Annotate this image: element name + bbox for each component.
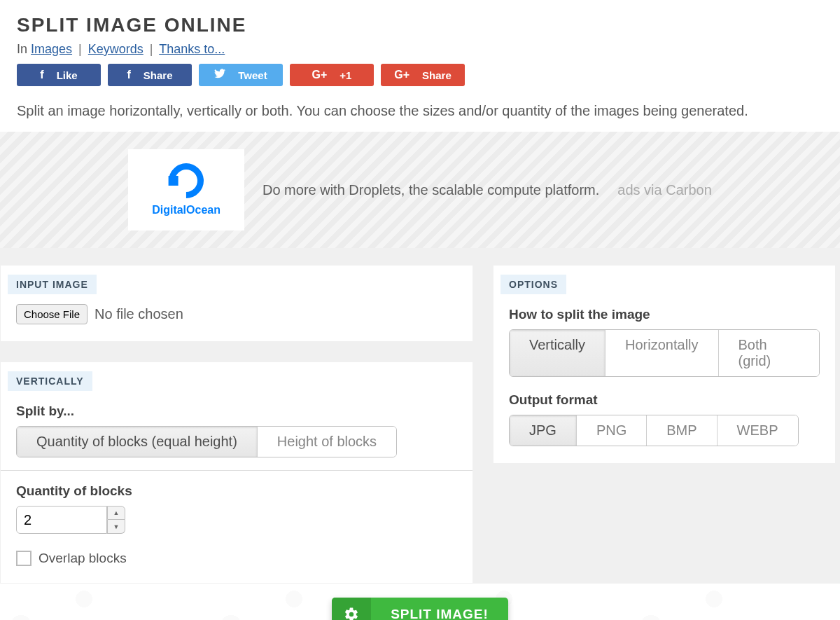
- breadcrumb: In Images | Keywords | Thanks to...: [17, 42, 823, 57]
- format-toggle: JPG PNG BMP WEBP: [509, 415, 799, 446]
- file-status: No file chosen: [94, 306, 183, 322]
- format-png-option[interactable]: PNG: [576, 415, 646, 446]
- split-by-toggle: Quantity of blocks (equal height) Height…: [16, 426, 397, 457]
- gear-icon: [332, 598, 371, 620]
- format-bmp-option[interactable]: BMP: [646, 415, 716, 446]
- google-plus-one-button[interactable]: G+ +1: [290, 64, 374, 86]
- split-image-label: SPLIT IMAGE!: [371, 607, 508, 620]
- howto-vertically-option[interactable]: Vertically: [510, 330, 605, 376]
- breadcrumb-link-keywords[interactable]: Keywords: [88, 42, 144, 56]
- howto-label: How to split the image: [509, 307, 820, 322]
- facebook-icon: f: [127, 69, 130, 81]
- breadcrumb-prefix: In: [17, 42, 27, 56]
- google-plus-icon: G+: [312, 69, 328, 81]
- quantity-step-down[interactable]: ▼: [107, 520, 125, 534]
- ad-copy[interactable]: Do more with Droplets, the scalable comp…: [262, 182, 599, 198]
- facebook-share-button[interactable]: f Share: [108, 64, 192, 86]
- ad-banner: DigitalOcean Do more with Droplets, the …: [0, 132, 840, 248]
- split-by-label: Split by...: [16, 404, 457, 419]
- vertically-heading: VERTICALLY: [8, 371, 92, 391]
- quantity-step-up[interactable]: ▲: [107, 506, 125, 520]
- howto-toggle: Vertically Horizontally Both (grid): [509, 329, 820, 377]
- overlap-checkbox[interactable]: [16, 551, 31, 566]
- twitter-tweet-button[interactable]: Tweet: [199, 64, 283, 86]
- google-plus-share-button[interactable]: G+ Share: [381, 64, 465, 86]
- overlap-blocks-row[interactable]: Overlap blocks: [16, 551, 457, 566]
- howto-horizontally-option[interactable]: Horizontally: [605, 330, 718, 376]
- howto-both-option[interactable]: Both (grid): [718, 330, 819, 376]
- ad-card[interactable]: DigitalOcean: [128, 149, 244, 230]
- ad-brand: DigitalOcean: [152, 204, 220, 216]
- split-image-button[interactable]: SPLIT IMAGE!: [332, 598, 508, 620]
- input-image-heading: INPUT IMAGE: [8, 275, 97, 294]
- input-image-card: INPUT IMAGE Choose File No file chosen: [0, 265, 473, 342]
- twitter-icon: [214, 69, 225, 81]
- google-plus-icon: G+: [394, 69, 410, 81]
- format-jpg-option[interactable]: JPG: [510, 415, 576, 446]
- breadcrumb-link-images[interactable]: Images: [31, 42, 72, 56]
- options-card: OPTIONS How to split the image Verticall…: [493, 265, 836, 464]
- split-by-quantity-option[interactable]: Quantity of blocks (equal height): [17, 427, 257, 457]
- quantity-input[interactable]: [16, 506, 107, 534]
- digitalocean-logo-icon: [162, 156, 211, 206]
- format-label: Output format: [509, 392, 820, 408]
- facebook-icon: f: [40, 69, 43, 81]
- ad-disclaimer[interactable]: ads via Carbon: [617, 182, 712, 198]
- split-by-height-option[interactable]: Height of blocks: [257, 427, 396, 457]
- facebook-like-button[interactable]: f Like: [17, 64, 101, 86]
- quantity-label: Quantity of blocks: [16, 483, 457, 499]
- format-webp-option[interactable]: WEBP: [717, 415, 798, 446]
- page-title: SPLIT IMAGE ONLINE: [17, 14, 823, 36]
- vertically-card: VERTICALLY Split by... Quantity of block…: [0, 361, 473, 584]
- intro-text: Split an image horizontally, vertically …: [0, 103, 840, 132]
- options-heading: OPTIONS: [500, 275, 566, 294]
- choose-file-button[interactable]: Choose File: [16, 304, 88, 324]
- overlap-label: Overlap blocks: [38, 551, 127, 566]
- breadcrumb-link-thanks[interactable]: Thanks to...: [159, 42, 225, 56]
